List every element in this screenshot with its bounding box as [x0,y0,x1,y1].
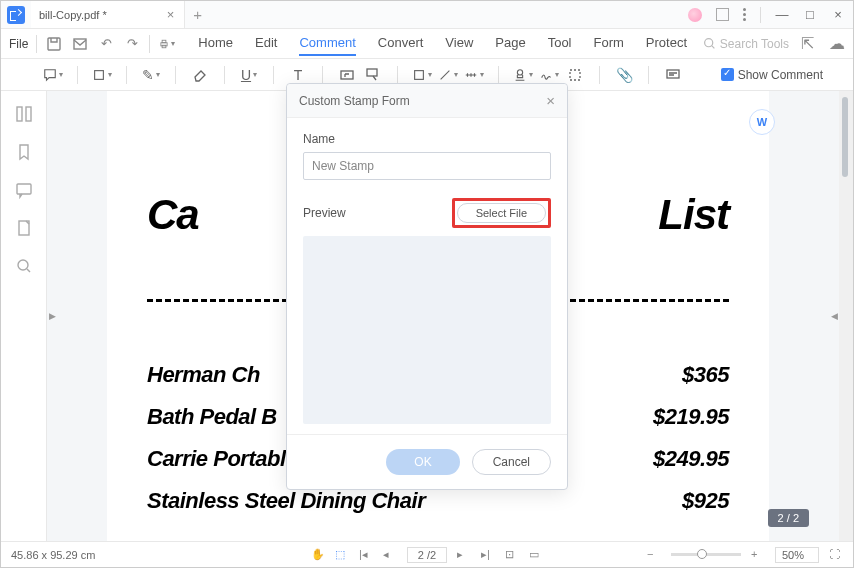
zoom-select[interactable]: 50% [775,547,819,563]
more-menu-icon[interactable] [743,8,746,21]
zoom-slider[interactable] [671,553,741,556]
area-tool-icon[interactable] [565,65,585,85]
eraser-tool-icon[interactable] [190,65,210,85]
bookmark-icon[interactable] [15,143,33,161]
modal-title: Custom Stamp Form [299,94,410,108]
right-expand-handle[interactable]: ◀ [829,91,839,541]
page-input[interactable]: 2 /2 [407,547,447,563]
prev-page-icon[interactable]: ◂ [383,548,397,562]
share-icon[interactable]: ⇱ [801,34,817,53]
stamp-tool-icon[interactable]: ▾ [513,65,533,85]
highlight-tool-icon[interactable]: ▾ [92,65,112,85]
coords-label: 45.86 x 95.29 cm [11,549,95,561]
print-icon[interactable]: ▾ [159,36,175,52]
measure-tool-icon[interactable]: ▾ [464,65,484,85]
app-logo-icon [7,6,25,24]
left-sidebar [1,91,47,541]
svg-rect-15 [17,184,31,194]
file-menu[interactable]: File [9,37,28,51]
menu-tool[interactable]: Tool [548,31,572,56]
thumbnails-icon[interactable] [15,105,33,123]
next-page-icon[interactable]: ▸ [457,548,471,562]
window-util-icon[interactable] [716,8,729,21]
save-icon[interactable] [46,36,62,52]
name-label: Name [303,132,551,146]
document-tab[interactable]: bill-Copy.pdf * × [31,1,185,28]
redo-icon[interactable]: ↷ [124,36,140,52]
svg-rect-6 [95,70,104,79]
svg-rect-1 [74,39,86,49]
shape-tool-icon[interactable]: ▾ [412,65,432,85]
status-bar: 45.86 x 95.29 cm ✋ ⬚ |◂ ◂ 2 /2 ▸ ▸| ⊡ ▭ … [1,541,853,567]
callout-tool-icon[interactable] [363,65,383,85]
signature-tool-icon[interactable]: ▾ [539,65,559,85]
attachment-tool-icon[interactable]: 📎 [614,65,634,85]
new-tab-button[interactable]: + [193,6,202,23]
vertical-scrollbar[interactable] [839,91,853,541]
last-page-icon[interactable]: ▸| [481,548,495,562]
menu-home[interactable]: Home [198,31,233,56]
hand-tool-icon[interactable]: ✋ [311,548,325,562]
show-comment-label: Show Comment [738,68,823,82]
select-tool-icon[interactable]: ⬚ [335,548,349,562]
menu-comment[interactable]: Comment [299,31,355,56]
stamp-name-input[interactable] [303,152,551,180]
note-tool-icon[interactable]: ▾ [43,65,63,85]
minimize-button[interactable]: — [775,7,789,22]
search-panel-icon[interactable] [15,257,33,275]
select-file-button[interactable]: Select File [457,203,546,223]
cancel-button[interactable]: Cancel [472,449,551,475]
attachment-panel-icon[interactable] [15,219,33,237]
svg-rect-0 [48,38,60,50]
maximize-button[interactable]: □ [803,7,817,22]
assistant-icon[interactable] [688,8,702,22]
show-comment-checkbox[interactable] [721,68,734,81]
zoom-out-icon[interactable]: − [647,548,661,562]
page-indicator-badge: 2 / 2 [768,509,809,527]
menu-page[interactable]: Page [495,31,525,56]
pencil-tool-icon[interactable]: ✎▾ [141,65,161,85]
zoom-in-icon[interactable]: + [751,548,765,562]
menu-view[interactable]: View [445,31,473,56]
svg-point-17 [18,260,28,270]
search-tools[interactable]: Search Tools [703,37,789,51]
word-export-badge[interactable]: W [749,109,775,135]
svg-rect-11 [570,70,580,80]
menu-edit[interactable]: Edit [255,31,277,56]
zoom-slider-thumb[interactable] [697,549,707,559]
text-tool-icon[interactable]: T [288,65,308,85]
fit-width-icon[interactable]: ⊡ [505,548,519,562]
first-page-icon[interactable]: |◂ [359,548,373,562]
list-item: Stainless Steel Dining Chair$925 [147,488,729,514]
cloud-icon[interactable]: ☁ [829,34,845,53]
close-tab-icon[interactable]: × [167,7,175,22]
tab-label: bill-Copy.pdf * [39,9,107,21]
textbox-tool-icon[interactable] [337,65,357,85]
svg-rect-14 [26,107,31,121]
svg-rect-3 [162,40,166,43]
scrollbar-thumb[interactable] [842,97,848,177]
title-bar: bill-Copy.pdf * × + — □ × [1,1,853,29]
fullscreen-icon[interactable]: ⛶ [829,548,843,562]
close-window-button[interactable]: × [831,7,845,22]
underline-tool-icon[interactable]: U▾ [239,65,259,85]
search-icon [703,37,716,50]
fit-page-icon[interactable]: ▭ [529,548,543,562]
doc-title-right: List [658,191,729,239]
modal-close-button[interactable]: × [546,92,555,109]
menu-protect[interactable]: Protect [646,31,687,56]
select-file-highlight: Select File [452,198,551,228]
mail-icon[interactable] [72,36,88,52]
menu-convert[interactable]: Convert [378,31,424,56]
line-tool-icon[interactable]: ▾ [438,65,458,85]
comments-panel-icon[interactable] [663,65,683,85]
ok-button: OK [386,449,459,475]
svg-rect-12 [667,70,679,78]
undo-icon[interactable]: ↶ [98,36,114,52]
menu-form[interactable]: Form [594,31,624,56]
comment-panel-icon[interactable] [15,181,33,199]
left-expand-handle[interactable]: ▶ [47,91,57,541]
svg-point-5 [704,39,712,47]
menu-bar: File ↶ ↷ ▾ Home Edit Comment Convert Vie… [1,29,853,59]
preview-area [303,236,551,424]
